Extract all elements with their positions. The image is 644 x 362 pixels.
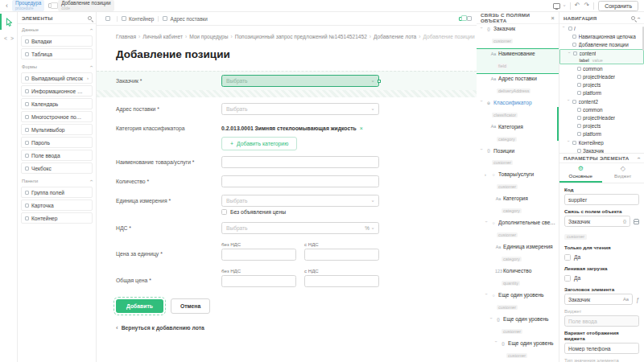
object-field-row[interactable]: › Aa Категория category (477, 122, 559, 146)
object-field-row[interactable]: › ○ Дополнительные сведения customer (477, 218, 559, 242)
navigation-node[interactable]: › / (559, 24, 644, 32)
navigation-node[interactable]: › projects (559, 122, 644, 130)
navigation-node[interactable]: › projects (559, 81, 644, 89)
element-item[interactable]: Мультивыбор › (21, 124, 93, 135)
collapse-icon[interactable]: › (636, 17, 642, 19)
navigation-node[interactable]: › Навигационная цепочка (559, 32, 644, 40)
expand-icon[interactable]: › (489, 317, 494, 321)
expand-icon[interactable]: › (484, 293, 489, 297)
tab-main[interactable]: ⚙ Основные (559, 163, 602, 183)
object-field-row[interactable]: › {} Еще один уровень customer (477, 339, 559, 362)
vat-select[interactable]: Выбрать % › (221, 222, 379, 234)
scrollbar-thumb[interactable] (557, 107, 559, 141)
navigation-node[interactable]: › common (559, 64, 644, 72)
no-price-checkbox[interactable] (221, 209, 227, 215)
formula-icon[interactable]: ƒ (636, 297, 639, 302)
element-item[interactable]: Таблица › (21, 48, 93, 60)
tab-widget[interactable]: ◇ Виджет (602, 163, 644, 183)
constructor-mode-button[interactable] (0, 14, 17, 30)
unit-price-novat-input[interactable] (221, 249, 296, 261)
element-path-chip[interactable]: Контейнер (117, 16, 158, 22)
element-path-chip[interactable] (101, 16, 117, 21)
element-item[interactable]: Информационное пол.. › (21, 85, 93, 97)
close-icon[interactable]: × (551, 15, 555, 21)
qty-input[interactable] (221, 175, 379, 187)
expand-icon[interactable]: › (479, 101, 485, 105)
element-item[interactable]: Контейнер › (21, 212, 93, 224)
object-field-row[interactable]: › Aa Адрес поставки deliveryAddress (477, 74, 559, 98)
navigation-node[interactable]: › projectHeader (559, 113, 644, 121)
object-field-row[interactable]: › Aa Категория category (477, 194, 559, 218)
breadcrumb-item[interactable]: Личный кабинет › (142, 34, 187, 39)
redo-icon[interactable]: ↷ (584, 2, 590, 9)
save-button[interactable]: Сохранить (598, 1, 638, 11)
cancel-button[interactable]: Отмена (171, 298, 210, 314)
expand-icon[interactable]: › (493, 341, 499, 345)
navigation-node[interactable]: › platform (559, 89, 644, 97)
search-icon[interactable] (88, 16, 92, 20)
total-price-novat-input[interactable] (221, 275, 296, 287)
frame-icon[interactable] (467, 16, 472, 21)
object-field-row[interactable]: › 123 Количество quantity (477, 266, 559, 290)
object-field-row[interactable]: › ○ Товары/услуги customer (477, 170, 559, 194)
element-item[interactable]: Карточка › (21, 200, 93, 211)
object-field-row[interactable]: › Aa Наименование field (477, 48, 559, 74)
element-path-chip[interactable]: Адрес поставки (158, 16, 211, 22)
add-category-button[interactable]: + Добавить категорию (221, 137, 297, 150)
element-item[interactable]: Вкладки › (21, 35, 93, 47)
total-price-vat-input[interactable] (304, 275, 379, 287)
navigation-node[interactable]: › projectHeader (559, 72, 644, 80)
navigation-node[interactable]: › platform (559, 130, 644, 138)
element-title-input[interactable]: Заказчик Aa (564, 294, 633, 305)
object-field-row[interactable]: › ○ Еще один уровень customer (477, 290, 559, 315)
element-item[interactable]: Группа полей › (21, 187, 93, 198)
element-item[interactable]: Пароль › (21, 137, 93, 148)
element-item[interactable]: Чекбокс › (21, 162, 93, 174)
binding-input[interactable]: Заказчик {} (564, 216, 630, 227)
element-item[interactable]: Многострочное поле ... › (21, 111, 93, 122)
unit-select[interactable]: Выбрать › (221, 195, 379, 207)
form-row-customer[interactable]: Заказчик * Выбрать › (97, 71, 477, 90)
section-header-panels[interactable]: Панели › (18, 175, 96, 185)
copy-icon[interactable] (459, 17, 463, 21)
expand-icon[interactable]: › (562, 27, 567, 31)
back-icon[interactable]: ‹ (6, 2, 8, 10)
readonly-checkbox[interactable] (564, 254, 571, 261)
expand-icon[interactable]: › (484, 221, 489, 225)
collapse-icon[interactable]: › (636, 157, 642, 159)
back-to-lot-link[interactable]: ‹ Вернуться к добавлению лота (116, 324, 477, 331)
name-input[interactable] (221, 156, 379, 168)
object-field-row[interactable]: › Aa Единица измерения category (477, 242, 559, 266)
navigation-node[interactable]: › Контейнер (559, 138, 644, 146)
module-chip[interactable]: Процедура procedure (12, 0, 44, 11)
object-field-row[interactable]: › {} Позиции customer (477, 146, 559, 171)
code-input[interactable]: supplier (564, 194, 639, 205)
expand-icon[interactable]: › (567, 51, 572, 56)
breadcrumb-item[interactable]: Добавление лота › (374, 34, 420, 39)
breadcrumb-item[interactable]: Попозиционный запрос предложений №145145… (235, 34, 371, 39)
widget-variant-input[interactable]: Номер телефона (564, 343, 639, 354)
resize-handle[interactable] (378, 80, 381, 83)
expand-icon[interactable]: › (485, 172, 489, 178)
expand-icon[interactable]: › (479, 149, 485, 153)
navigation-node[interactable]: › Добавление позиции (559, 40, 644, 48)
breadcrumb-item[interactable]: Мои процедуры › (189, 34, 233, 39)
breadcrumb-item[interactable]: Главная › (116, 34, 140, 39)
object-field-row[interactable]: › {} Еще один уровень customer (477, 315, 559, 339)
unit-price-vat-input[interactable] (304, 249, 379, 261)
navigation-node[interactable]: › content2 (559, 97, 644, 105)
element-item[interactable]: Выпадающий список › (21, 72, 93, 84)
navigation-node[interactable]: › Заказчик (559, 146, 644, 154)
display-mode-chevron-icon[interactable]: › (563, 5, 568, 6)
expand-icon[interactable]: › (566, 141, 571, 145)
display-mode-icon[interactable] (553, 3, 560, 9)
object-field-picker-icon[interactable] (634, 219, 639, 224)
object-field-row[interactable]: › ⊕ Классификатор classificator (477, 98, 559, 122)
address-select[interactable]: Выбрать › (221, 103, 379, 115)
expand-icon[interactable]: › (566, 100, 571, 104)
page-chip[interactable]: Добавление позиции code (58, 0, 114, 11)
customer-select[interactable]: Выбрать › (221, 75, 379, 87)
section-header-data[interactable]: Данные › (18, 24, 96, 34)
remove-category-icon[interactable]: × (360, 125, 363, 131)
element-item[interactable]: Поле ввода › (21, 150, 93, 161)
